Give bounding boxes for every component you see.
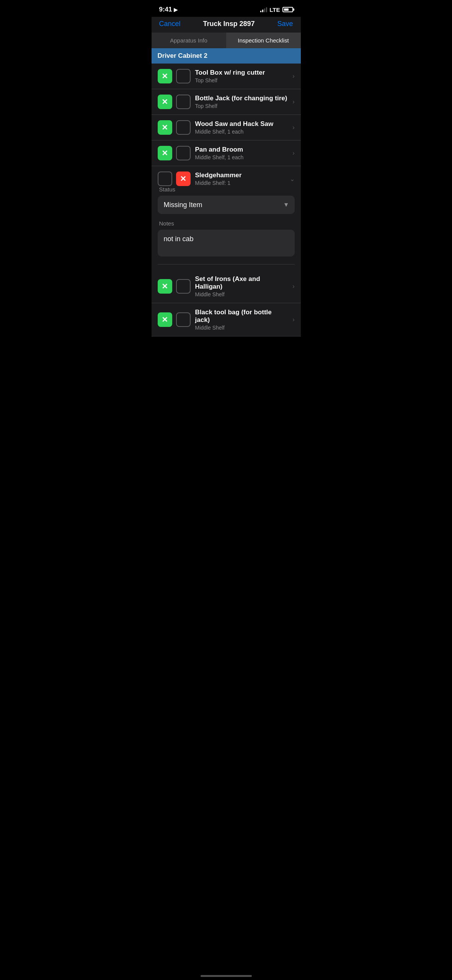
- chevron-right-icon: ›: [292, 283, 294, 290]
- checklist-container: ✕ Tool Box w/ ring cutter Top Shelf › ✕ …: [152, 64, 301, 336]
- check-empty-button[interactable]: [176, 95, 191, 109]
- check-empty-button[interactable]: [158, 172, 172, 186]
- x-icon: ✕: [162, 149, 168, 158]
- status-time: 9:41 ▶: [159, 6, 178, 13]
- x-icon: ✕: [180, 174, 186, 183]
- page-title: Truck Insp 2897: [203, 20, 255, 28]
- item-location: Middle Shelf: [195, 291, 288, 297]
- nav-bar: Cancel Truck Insp 2897 Save: [152, 17, 301, 33]
- x-icon: ✕: [162, 97, 168, 106]
- item-location: Middle Shelf, 1 each: [195, 129, 288, 135]
- item-name: Bottle Jack (for changing tire): [195, 95, 288, 102]
- check-empty-button[interactable]: [176, 69, 191, 83]
- expanded-detail: Status Missing Item Damaged Needs Repair…: [158, 186, 295, 265]
- check-empty-button[interactable]: [176, 120, 191, 135]
- time-display: 9:41: [159, 6, 172, 13]
- check-red-button[interactable]: ✕: [176, 172, 191, 186]
- status-label: Status: [158, 186, 295, 193]
- check-green-button[interactable]: ✕: [158, 95, 172, 109]
- list-item: ✕ Tool Box w/ ring cutter Top Shelf ›: [152, 64, 301, 89]
- item-location: Middle Shelf, 1 each: [195, 154, 288, 160]
- chevron-right-icon: ›: [292, 124, 294, 131]
- item-info: Pan and Broom Middle Shelf, 1 each: [191, 146, 293, 160]
- notes-label: Notes: [158, 220, 295, 227]
- item-name: Sledgehammer: [195, 172, 285, 179]
- item-location: Top Shelf: [195, 77, 288, 83]
- list-item: ✕ Set of Irons (Axe and Halligan) Middle…: [152, 270, 301, 303]
- item-location: Middle Shelf: 1: [195, 180, 285, 186]
- item-name: Tool Box w/ ring cutter: [195, 69, 288, 77]
- notes-input[interactable]: not in cab: [158, 230, 295, 256]
- item-info: Wood Saw and Hack Saw Middle Shelf, 1 ea…: [191, 120, 293, 135]
- status-select[interactable]: Missing Item Damaged Needs Repair OK: [158, 196, 295, 214]
- battery-icon: [282, 7, 293, 12]
- save-button[interactable]: Save: [277, 20, 293, 28]
- section-header-title: Driver Cabinet 2: [158, 52, 207, 59]
- chevron-down-icon: ⌄: [290, 175, 295, 183]
- status-select-wrapper: Missing Item Damaged Needs Repair OK ▼: [158, 196, 295, 214]
- x-icon: ✕: [162, 123, 168, 132]
- check-green-button[interactable]: ✕: [158, 312, 172, 327]
- item-location: Middle Shelf: [195, 325, 288, 331]
- item-name: Black tool bag (for bottle jack): [195, 309, 288, 324]
- chevron-right-icon: ›: [292, 98, 294, 105]
- check-empty-button[interactable]: [176, 279, 191, 294]
- item-info: Black tool bag (for bottle jack) Middle …: [191, 309, 293, 331]
- x-icon: ✕: [162, 282, 168, 291]
- section-header: Driver Cabinet 2: [152, 48, 301, 64]
- chevron-right-icon: ›: [292, 316, 294, 323]
- status-bar: 9:41 ▶ LTE: [152, 0, 301, 17]
- status-right-icons: LTE: [260, 7, 293, 13]
- list-item: ✕ Black tool bag (for bottle jack) Middl…: [152, 303, 301, 336]
- item-info: Sledgehammer Middle Shelf: 1: [191, 172, 290, 186]
- cancel-button[interactable]: Cancel: [159, 20, 181, 28]
- item-info: Set of Irons (Axe and Halligan) Middle S…: [191, 275, 293, 297]
- tab-apparatus-info[interactable]: Apparatus Info: [152, 33, 226, 48]
- list-item: ✕ Wood Saw and Hack Saw Middle Shelf, 1 …: [152, 115, 301, 140]
- check-green-button[interactable]: ✕: [158, 120, 172, 135]
- tab-bar: Apparatus Info Inspection Checklist: [152, 33, 301, 48]
- check-empty-button[interactable]: [176, 146, 191, 160]
- location-arrow-icon: ▶: [174, 7, 178, 13]
- item-name: Set of Irons (Axe and Halligan): [195, 275, 288, 291]
- check-empty-button[interactable]: [176, 312, 191, 327]
- chevron-right-icon: ›: [292, 73, 294, 80]
- chevron-right-icon: ›: [292, 150, 294, 157]
- tab-inspection-checklist[interactable]: Inspection Checklist: [226, 33, 301, 48]
- list-item: ✕ Bottle Jack (for changing tire) Top Sh…: [152, 89, 301, 115]
- list-item: ✕ Sledgehammer Middle Shelf: 1 ⌄ Status …: [152, 166, 301, 270]
- x-icon: ✕: [162, 72, 168, 81]
- item-info: Tool Box w/ ring cutter Top Shelf: [191, 69, 293, 83]
- signal-icon: [260, 7, 267, 12]
- check-green-button[interactable]: ✕: [158, 69, 172, 83]
- check-green-button[interactable]: ✕: [158, 146, 172, 160]
- item-location: Top Shelf: [195, 103, 288, 109]
- item-info: Bottle Jack (for changing tire) Top Shel…: [191, 95, 293, 109]
- item-name: Wood Saw and Hack Saw: [195, 120, 288, 128]
- lte-icon: LTE: [269, 7, 280, 13]
- item-name: Pan and Broom: [195, 146, 288, 154]
- x-icon: ✕: [162, 315, 168, 324]
- list-item: ✕ Pan and Broom Middle Shelf, 1 each ›: [152, 140, 301, 166]
- check-green-button[interactable]: ✕: [158, 279, 172, 294]
